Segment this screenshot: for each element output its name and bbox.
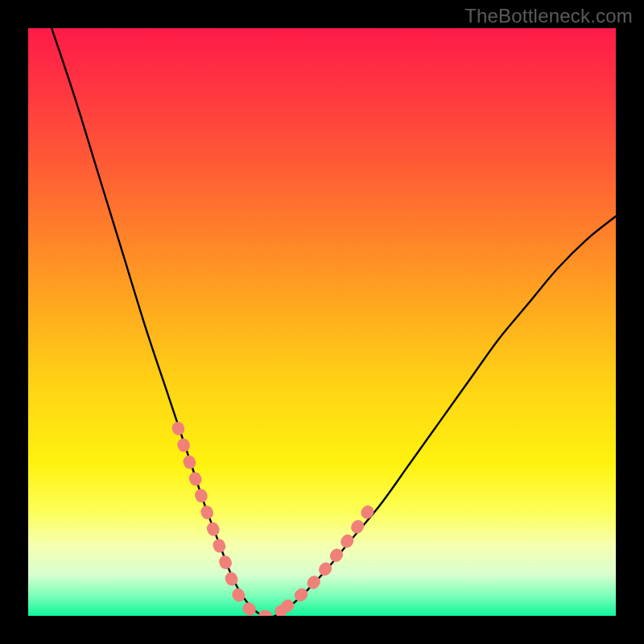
highlighted-dots-overlay (178, 427, 375, 616)
overlay-segment (178, 427, 281, 616)
chart-svg (28, 28, 616, 616)
plot-area (28, 28, 616, 616)
bottleneck-curve (52, 28, 616, 616)
overlay-segment (287, 502, 375, 607)
outer-black-frame: TheBottleneck.com (0, 0, 644, 644)
watermark-text: TheBottleneck.com (464, 5, 633, 27)
